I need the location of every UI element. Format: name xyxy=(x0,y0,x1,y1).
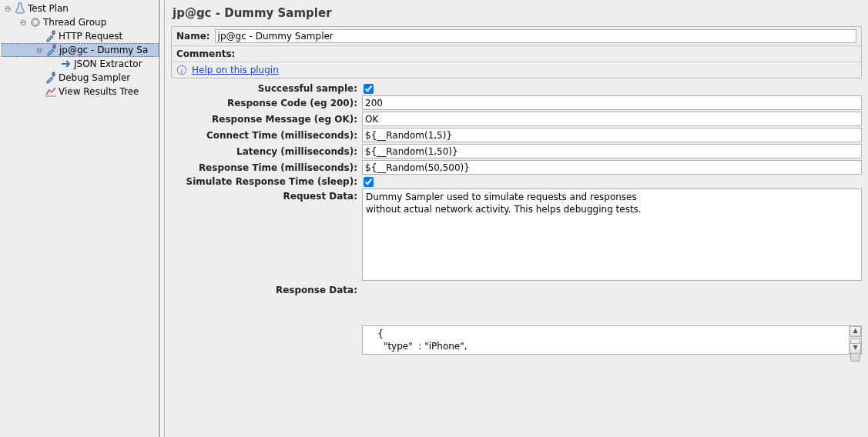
name-input[interactable] xyxy=(215,29,856,43)
successful-sample-checkbox[interactable] xyxy=(364,84,374,94)
svg-rect-2 xyxy=(52,31,55,35)
expand-handle[interactable]: ⊖ xyxy=(33,46,45,55)
tree-node-debug-sampler[interactable]: Debug Sampler xyxy=(2,71,159,85)
response-code-label: Response Code (eg 200): xyxy=(171,98,362,108)
svg-rect-4 xyxy=(52,72,55,76)
tree-node-thread-group[interactable]: ⊖ Thread Group xyxy=(2,15,159,29)
scroll-down-button[interactable]: ▼ xyxy=(850,343,861,354)
info-icon: i xyxy=(176,65,187,75)
svg-point-1 xyxy=(34,21,37,24)
arrow-right-icon xyxy=(60,58,72,70)
response-data-label: Response Data: xyxy=(171,282,362,295)
chart-icon xyxy=(45,85,57,98)
gear-icon xyxy=(29,16,42,28)
scroll-up-button[interactable]: ▲ xyxy=(850,326,861,337)
latency-label: Latency (milliseconds): xyxy=(171,146,362,157)
tree-panel: ⊖ Test Plan ⊖ Thread Group HTTP Request … xyxy=(0,0,160,437)
pipette-icon xyxy=(45,30,57,42)
tree-node-test-plan[interactable]: ⊖ Test Plan xyxy=(2,2,159,15)
response-code-input[interactable] xyxy=(362,95,862,110)
response-time-label: Response Time (milliseconds): xyxy=(171,162,362,173)
panel-title: jp@gc - Dummy Sampler xyxy=(171,3,862,26)
request-data-label: Request Data: xyxy=(171,188,362,202)
beaker-icon xyxy=(14,2,26,15)
expand-handle[interactable]: ⊖ xyxy=(2,5,14,13)
successful-sample-label: Successful sample: xyxy=(171,83,362,94)
latency-input[interactable] xyxy=(362,144,862,158)
name-label: Name: xyxy=(176,31,210,42)
simulate-sleep-label: Simulate Response Time (sleep): xyxy=(171,176,362,187)
header-block: Name: Comments: i Help on this plugin xyxy=(171,26,862,78)
tree-node-dummy-sampler[interactable]: ⊖ jp@gc - Dummy Sa xyxy=(2,43,159,57)
connect-time-input[interactable] xyxy=(362,128,862,142)
response-message-input[interactable] xyxy=(362,112,862,126)
expand-handle[interactable]: ⊖ xyxy=(17,18,29,27)
connect-time-label: Connect Time (milliseconds): xyxy=(171,130,362,141)
response-time-input[interactable] xyxy=(362,160,862,175)
pipette-icon xyxy=(45,72,57,84)
response-data-textarea[interactable] xyxy=(363,326,849,354)
request-data-textarea[interactable] xyxy=(362,188,862,281)
response-message-label: Response Message (eg OK): xyxy=(171,114,362,125)
comments-label: Comments: xyxy=(176,48,235,59)
tree-node-view-results[interactable]: View Results Tree xyxy=(2,85,159,98)
tree-node-json-extractor[interactable]: JSON Extractor xyxy=(2,57,159,71)
tree-node-http-request[interactable]: HTTP Request xyxy=(2,29,159,43)
help-link[interactable]: Help on this plugin xyxy=(192,65,279,75)
simulate-sleep-checkbox[interactable] xyxy=(364,177,374,187)
main-panel: jp@gc - Dummy Sampler Name: Comments: i … xyxy=(165,0,868,437)
response-scrollbar[interactable]: ▲ ▼ xyxy=(849,326,861,354)
svg-rect-3 xyxy=(53,45,55,48)
pipette-icon xyxy=(45,44,58,56)
